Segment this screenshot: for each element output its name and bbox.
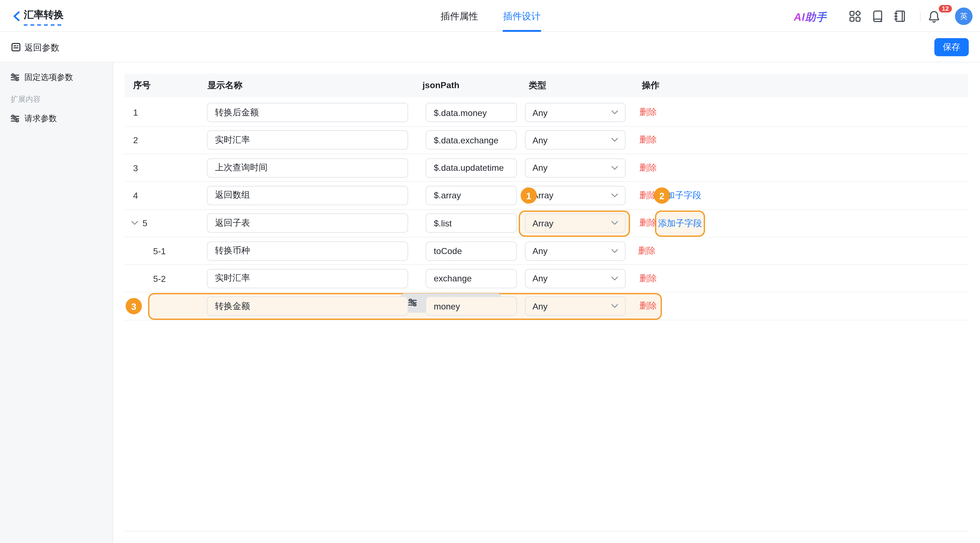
main-content: 序号 显示名称 jsonPath 类型 操作 1 Any 删除 2 (113, 63, 980, 543)
col-display-name: 显示名称 (208, 80, 243, 91)
col-type: 类型 (529, 80, 546, 91)
table-row-expandable: 5 Array 删除 添加子字段 (124, 210, 968, 237)
type-select[interactable]: Array (525, 186, 626, 205)
display-name-input[interactable] (207, 241, 408, 260)
type-select-value: Any (533, 246, 548, 256)
jsonpath-input[interactable] (426, 241, 517, 260)
highlight-box-add-child: 添加子字段 (655, 210, 705, 237)
notification-badge[interactable]: 12 (937, 4, 953, 14)
type-select[interactable]: Any (525, 158, 626, 178)
annotation-badge-2: 2 (654, 188, 670, 204)
jsonpath-input[interactable] (426, 297, 517, 316)
table-row-child: 5-3 Any 删除 3 (124, 293, 968, 321)
return-params-icon (11, 43, 21, 52)
section-title: 返回参数 (24, 43, 59, 54)
display-name-input[interactable] (207, 269, 408, 288)
type-select-value: Any (533, 135, 548, 145)
row-index: 5-2 (153, 274, 166, 284)
tab-plugin-design[interactable]: 插件设计 (503, 11, 541, 22)
row-index: 4 (133, 191, 138, 201)
delete-link[interactable]: 删除 (640, 218, 657, 229)
sidebar-item-label: 固定选项参数 (24, 72, 73, 83)
delete-link[interactable]: 删除 (640, 162, 657, 174)
expander-chevron-down-icon[interactable] (131, 220, 138, 227)
chevron-down-icon (611, 221, 618, 225)
row-index: 5-1 (153, 246, 166, 256)
display-name-input[interactable] (207, 297, 408, 316)
display-name-input[interactable] (207, 186, 408, 205)
jsonpath-input[interactable] (426, 269, 517, 288)
chevron-down-icon (611, 276, 618, 281)
type-select-value: Any (533, 274, 548, 284)
chevron-down-icon (611, 110, 618, 115)
delete-link[interactable]: 删除 (640, 273, 657, 284)
delete-link[interactable]: 删除 (638, 245, 656, 256)
jsonpath-input[interactable] (426, 186, 517, 205)
type-select[interactable]: Any (525, 269, 626, 288)
book-icon[interactable] (871, 10, 885, 23)
title-dashed-underline (24, 24, 61, 25)
type-select[interactable]: Array (525, 213, 626, 233)
active-tab-underline (503, 30, 541, 32)
display-name-input[interactable] (207, 103, 408, 122)
app-window: 汇率转换 插件属性 插件设计 AI助手 12 英 (0, 0, 980, 543)
chevron-down-icon (611, 249, 618, 253)
col-jsonpath: jsonPath (423, 80, 460, 90)
sidebar-item-request-params[interactable]: 请求参数 (5, 109, 107, 128)
table-row: 2 Any 删除 (124, 127, 968, 154)
back-icon[interactable] (11, 11, 23, 22)
sliders-icon (11, 114, 19, 123)
table-row-child: 5-2 Any 删除 (124, 265, 968, 292)
sidebar-section-label: 扩展内容 (11, 94, 41, 105)
jsonpath-input[interactable] (426, 130, 517, 150)
bottom-separator (124, 531, 968, 532)
table-row: 1 Any 删除 (124, 99, 968, 127)
jsonpath-input[interactable] (426, 103, 517, 122)
row-index: 5 (143, 218, 148, 228)
chevron-down-icon (611, 304, 618, 308)
chevron-down-icon (611, 166, 618, 170)
type-select-value: Any (533, 301, 548, 311)
avatar[interactable]: 英 (955, 8, 973, 25)
delete-link[interactable]: 删除 (640, 135, 657, 146)
type-select-value: Array (533, 218, 554, 228)
annotation-badge-3: 3 (126, 298, 142, 314)
sliders-icon (11, 73, 19, 82)
sidebar-item-label: 请求参数 (24, 113, 57, 124)
col-index: 序号 (133, 80, 151, 91)
delete-link[interactable]: 删除 (640, 107, 657, 118)
display-name-input[interactable] (207, 213, 408, 233)
header-divider (920, 11, 921, 21)
type-select-value: Any (533, 108, 548, 117)
display-name-input[interactable] (207, 158, 408, 178)
page-title: 汇率转换 (24, 9, 64, 22)
type-select[interactable]: Any (525, 241, 626, 260)
table-header: 序号 显示名称 jsonPath 类型 操作 (124, 73, 968, 97)
type-select[interactable]: Any (525, 297, 626, 316)
jsonpath-input[interactable] (426, 158, 517, 178)
row-index: 2 (133, 135, 138, 145)
jsonpath-input[interactable] (426, 213, 517, 233)
chevron-down-icon (611, 193, 618, 198)
notebook-icon[interactable] (893, 10, 907, 23)
apps-grid-icon[interactable] (848, 10, 862, 23)
row-index: 1 (133, 108, 138, 117)
col-actions: 操作 (642, 80, 660, 91)
type-select[interactable]: Any (525, 103, 626, 122)
type-select-value: Any (533, 163, 548, 173)
top-header: 汇率转换 插件属性 插件设计 AI助手 12 英 (0, 0, 980, 32)
section-toolbar: 返回参数 保存 (0, 32, 980, 62)
sliders-icon (408, 298, 417, 307)
table-row-child: 5-1 Any 删除 (124, 237, 968, 265)
table-row: 3 Any 删除 (124, 154, 968, 182)
sidebar-item-fixed-options[interactable]: 固定选项参数 (5, 68, 107, 87)
save-button[interactable]: 保存 (934, 38, 969, 56)
type-select[interactable]: Any (525, 130, 626, 150)
add-child-field-link[interactable]: 添加子字段 (656, 211, 703, 235)
display-name-input[interactable] (207, 130, 408, 150)
sidebar: 固定选项参数 扩展内容 请求参数 返回参数 (0, 63, 113, 543)
chevron-down-icon (611, 138, 618, 143)
delete-link[interactable]: 删除 (640, 300, 657, 312)
tab-plugin-properties[interactable]: 插件属性 (440, 11, 479, 22)
ai-assistant-button[interactable]: AI助手 (794, 10, 827, 24)
